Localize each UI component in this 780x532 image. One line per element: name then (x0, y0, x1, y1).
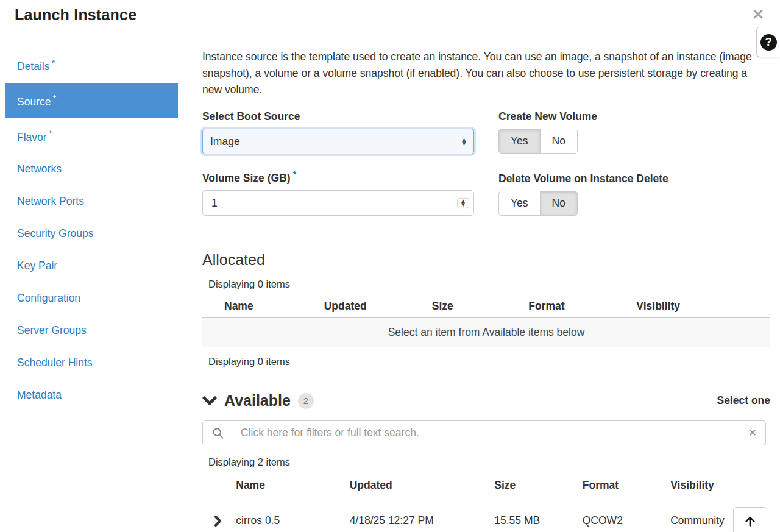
allocated-section-title: Allocated (202, 251, 770, 269)
select-caret-icon: ▲▼ (461, 138, 467, 145)
chevron-right-icon[interactable] (202, 498, 233, 532)
col-name: Name (202, 295, 322, 318)
sidebar-item-key-pair[interactable]: Key Pair (5, 250, 178, 282)
allocated-header-row: Name Updated Size Format Visibility (202, 295, 770, 318)
required-asterisk: * (52, 93, 56, 103)
allocated-empty-text: Select an item from Available items belo… (202, 318, 770, 347)
arrow-up-icon (744, 515, 756, 527)
delete-volume-toggle: Yes No (498, 191, 578, 216)
delete-volume-no-button[interactable]: No (540, 191, 578, 216)
col-expander (202, 473, 233, 498)
sidebar-item-security-groups[interactable]: Security Groups (5, 218, 178, 250)
sidebar-item-configuration[interactable]: Configuration (5, 282, 178, 314)
table-row-cirros[interactable]: cirros 0.5 4/18/25 12:27 PM 15.55 MB QCO… (202, 498, 770, 532)
available-header-row: Name Updated Size Format Visibility (202, 473, 770, 498)
cell-format: QCOW2 (580, 498, 668, 532)
available-section-header: Available 2 Select one (202, 392, 770, 410)
required-asterisk: * (293, 169, 297, 179)
source-step-description: Instance source is the template used to … (202, 49, 763, 98)
boot-source-select[interactable]: Image ▲▼ (202, 129, 474, 154)
available-search-bar: ✕ (202, 420, 766, 445)
col-updated: Updated (322, 295, 430, 318)
cell-size: 15.55 MB (492, 498, 580, 532)
search-clear-icon[interactable]: ✕ (740, 427, 765, 439)
help-icon: ? (760, 34, 777, 51)
create-new-volume-label: Create New Volume (498, 110, 770, 123)
col-name: Name (233, 473, 347, 498)
modal-header: Launch Instance ✕ (0, 0, 780, 30)
allocate-up-arrow-button[interactable] (733, 507, 767, 532)
allocated-table: Name Updated Size Format Visibility Sele… (202, 295, 770, 347)
sidebar-item-metadata[interactable]: Metadata (5, 379, 178, 411)
sidebar-item-source[interactable]: Source* (5, 83, 178, 118)
col-format: Format (526, 295, 634, 318)
cell-updated: 4/18/25 12:27 PM (347, 498, 492, 532)
create-volume-yes-button[interactable]: Yes (498, 129, 541, 154)
sidebar-item-networks[interactable]: Networks (5, 153, 178, 185)
cell-name: cirros 0.5 (233, 498, 347, 532)
wizard-steps-sidebar: Details* Source* Flavor* Networks Networ… (5, 48, 178, 532)
sidebar-item-scheduler-hints[interactable]: Scheduler Hints (5, 347, 178, 379)
boot-source-label: Select Boot Source (202, 110, 474, 123)
boot-source-value: Image (210, 135, 240, 148)
sidebar-item-network-ports[interactable]: Network Ports (5, 185, 178, 218)
delete-volume-label: Delete Volume on Instance Delete (498, 172, 770, 185)
cell-visibility: Community (668, 498, 731, 532)
search-input[interactable] (233, 427, 740, 439)
available-table: Name Updated Size Format Visibility cirr… (202, 473, 770, 532)
volume-size-input[interactable] (203, 197, 473, 210)
col-updated: Updated (347, 473, 492, 498)
volume-size-field: ▲▼ (202, 190, 474, 216)
sidebar-item-details[interactable]: Details* (5, 48, 178, 83)
volume-size-label: Volume Size (GB)* (202, 169, 474, 185)
col-size: Size (430, 295, 526, 318)
select-one-hint: Select one (717, 394, 770, 407)
allocated-count-top: Displaying 0 items (208, 278, 770, 290)
col-format: Format (580, 473, 668, 498)
sidebar-item-server-groups[interactable]: Server Groups (5, 314, 178, 347)
available-section-title: Available (224, 392, 291, 410)
available-count-badge: 2 (298, 393, 314, 409)
delete-volume-yes-button[interactable]: Yes (498, 191, 541, 216)
chevron-down-icon[interactable] (202, 396, 217, 406)
sidebar-item-flavor[interactable]: Flavor* (5, 118, 178, 154)
available-count: Displaying 2 items (208, 456, 770, 468)
search-icon[interactable] (203, 421, 233, 445)
col-size: Size (492, 473, 580, 498)
create-new-volume-toggle: Yes No (498, 129, 578, 154)
close-icon[interactable]: ✕ (750, 6, 767, 23)
create-volume-no-button[interactable]: No (540, 129, 578, 154)
number-stepper[interactable]: ▲▼ (457, 198, 469, 208)
col-actions (731, 473, 770, 498)
help-button[interactable]: ? (756, 27, 780, 57)
col-visibility: Visibility (668, 473, 731, 498)
required-asterisk: * (49, 128, 52, 138)
allocated-count-bottom: Displaying 0 items (208, 356, 770, 367)
modal-title: Launch Instance (15, 6, 136, 24)
allocated-empty-row: Select an item from Available items belo… (202, 318, 770, 347)
required-asterisk: * (52, 57, 55, 68)
col-visibility: Visibility (634, 295, 770, 318)
